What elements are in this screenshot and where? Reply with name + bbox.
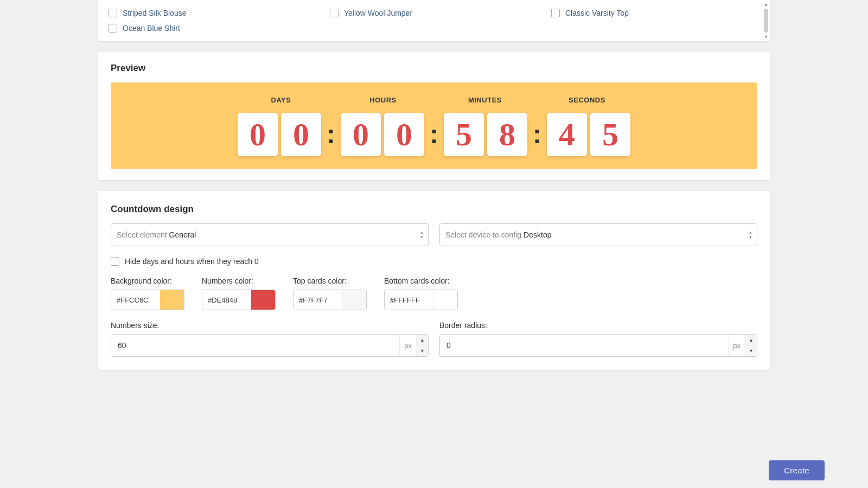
- numbers-size-input[interactable]: [111, 335, 399, 356]
- border-radius-group: Border radius: px ▲ ▼: [439, 321, 757, 357]
- countdown-digits: 0 0 : 0 0 : 5: [238, 113, 630, 156]
- scroll-down-arrow[interactable]: ▼: [763, 35, 769, 39]
- product-label-yellow-wool-jumper: Yellow Wool Jumper: [344, 9, 412, 17]
- product-list-card: Striped Silk Blouse Yellow Wool Jumper C…: [98, 0, 770, 41]
- top-cards-color-label: Top cards color:: [293, 277, 367, 285]
- bottom-cards-color-hex-input[interactable]: [385, 290, 433, 310]
- colon-minutes-seconds: :: [533, 121, 541, 147]
- select-row: Select element General Days Hours Minute…: [111, 223, 757, 246]
- seconds-label: SECONDS: [569, 96, 605, 104]
- digit-seconds-tens: 4: [547, 113, 587, 156]
- top-cards-color-hex-input[interactable]: [293, 290, 342, 310]
- product-checkbox-striped-silk-blouse[interactable]: [108, 9, 117, 17]
- minutes-label: MINUTES: [468, 96, 502, 104]
- bg-color-swatch[interactable]: [160, 290, 184, 310]
- border-radius-input-row: px ▲ ▼: [439, 334, 757, 357]
- bg-color-hex-input[interactable]: [111, 290, 160, 310]
- digit-hours-ones: 0: [384, 113, 424, 156]
- design-card: Countdown design Select element General …: [98, 191, 770, 370]
- select-device-wrapper[interactable]: Select device to config Desktop Mobile T…: [439, 223, 757, 246]
- numbers-size-up[interactable]: ▲: [417, 335, 428, 345]
- digit-days-tens-value: 0: [250, 118, 266, 151]
- border-radius-label: Border radius:: [439, 321, 757, 330]
- bottom-cards-color-label: Bottom cards color:: [384, 277, 458, 285]
- select-device-prefix: Select device to config: [445, 230, 521, 239]
- digit-seconds-ones-value: 5: [602, 118, 618, 151]
- numbers-color-hex-input[interactable]: [202, 290, 251, 310]
- scrollbar[interactable]: ▲ ▼: [764, 0, 768, 41]
- digit-seconds-ones: 5: [590, 113, 630, 156]
- countdown-preview: DAYS HOURS MINUTES SECONDS 0: [111, 82, 757, 169]
- top-cards-color-group: Top cards color:: [293, 277, 367, 310]
- bottom-cards-color-input-row: [384, 290, 458, 310]
- product-checkbox-yellow-wool-jumper[interactable]: [330, 9, 339, 17]
- numbers-color-label: Numbers color:: [202, 277, 276, 285]
- top-cards-color-input-row: [293, 290, 367, 310]
- top-cards-color-swatch[interactable]: [342, 290, 366, 310]
- bottom-cards-color-swatch[interactable]: [433, 290, 457, 310]
- select-element-prefix: Select element: [117, 230, 167, 239]
- numbers-size-stepper[interactable]: ▲ ▼: [416, 335, 428, 356]
- bg-color-label: Background color:: [111, 277, 184, 285]
- digit-minutes-ones-value: 8: [499, 118, 515, 151]
- select-element[interactable]: General Days Hours Minutes Seconds: [169, 230, 423, 239]
- preview-card: Preview DAYS HOURS MINUTES SECONDS: [98, 52, 770, 180]
- select-device[interactable]: Desktop Mobile Tablet: [524, 230, 751, 239]
- border-radius-stepper[interactable]: ▲ ▼: [745, 335, 757, 356]
- border-radius-up[interactable]: ▲: [745, 335, 757, 345]
- numbers-size-unit: px: [399, 335, 416, 356]
- design-title: Countdown design: [111, 204, 757, 215]
- size-section: Numbers size: px ▲ ▼ Border radius: px: [111, 321, 757, 357]
- numbers-color-input-row: [202, 290, 276, 310]
- footer-bar: Create: [0, 453, 868, 488]
- digit-seconds-tens-value: 4: [559, 118, 575, 151]
- product-item-ocean-blue-shirt: Ocean Blue Shirt: [108, 24, 317, 33]
- create-button[interactable]: Create: [769, 460, 825, 480]
- border-radius-unit: px: [728, 335, 745, 356]
- digit-days-ones-value: 0: [293, 118, 309, 151]
- hide-checkbox[interactable]: [111, 257, 119, 266]
- digit-hours-tens-value: 0: [353, 118, 369, 151]
- product-label-ocean-blue-shirt: Ocean Blue Shirt: [123, 24, 180, 33]
- preview-title: Preview: [111, 63, 757, 74]
- product-label-striped-silk-blouse: Striped Silk Blouse: [123, 9, 187, 17]
- days-label: DAYS: [271, 96, 291, 104]
- digit-days-tens: 0: [238, 113, 278, 156]
- product-checkbox-ocean-blue-shirt[interactable]: [108, 24, 117, 33]
- digit-minutes-tens-value: 5: [456, 118, 472, 151]
- colon-days-hours: :: [327, 121, 335, 147]
- product-checkbox-classic-varsity-top[interactable]: [551, 9, 560, 17]
- digit-minutes-tens: 5: [444, 113, 484, 156]
- bg-color-group: Background color:: [111, 277, 184, 310]
- product-item-classic-varsity-top: Classic Varsity Top: [551, 9, 760, 17]
- scroll-up-arrow[interactable]: ▲: [763, 2, 769, 7]
- product-item-yellow-wool-jumper: Yellow Wool Jumper: [330, 9, 538, 17]
- border-radius-down[interactable]: ▼: [745, 345, 757, 357]
- scrollbar-thumb[interactable]: [764, 9, 768, 33]
- hide-checkbox-row: Hide days and hours when they reach 0: [111, 257, 757, 266]
- digit-days-ones: 0: [281, 113, 321, 156]
- bg-color-input-row: [111, 290, 184, 310]
- bottom-cards-color-group: Bottom cards color:: [384, 277, 458, 310]
- numbers-size-group: Numbers size: px ▲ ▼: [111, 321, 429, 357]
- product-grid: Striped Silk Blouse Yellow Wool Jumper C…: [108, 9, 760, 33]
- select-element-wrapper[interactable]: Select element General Days Hours Minute…: [111, 223, 429, 246]
- digit-hours-tens: 0: [341, 113, 381, 156]
- product-label-classic-varsity-top: Classic Varsity Top: [565, 9, 629, 17]
- numbers-size-down[interactable]: ▼: [417, 345, 428, 357]
- product-item-striped-silk-blouse: Striped Silk Blouse: [108, 9, 317, 17]
- colon-hours-minutes: :: [430, 121, 438, 147]
- hours-label: HOURS: [369, 96, 396, 104]
- digit-minutes-ones: 8: [487, 113, 527, 156]
- numbers-color-swatch[interactable]: [251, 290, 275, 310]
- border-radius-input[interactable]: [440, 335, 728, 356]
- color-section: Background color: Numbers color: Top car…: [111, 277, 757, 310]
- numbers-size-input-row: px ▲ ▼: [111, 334, 429, 357]
- digit-hours-ones-value: 0: [396, 118, 412, 151]
- numbers-color-group: Numbers color:: [202, 277, 276, 310]
- numbers-size-label: Numbers size:: [111, 321, 429, 330]
- hide-checkbox-label: Hide days and hours when they reach 0: [125, 257, 259, 266]
